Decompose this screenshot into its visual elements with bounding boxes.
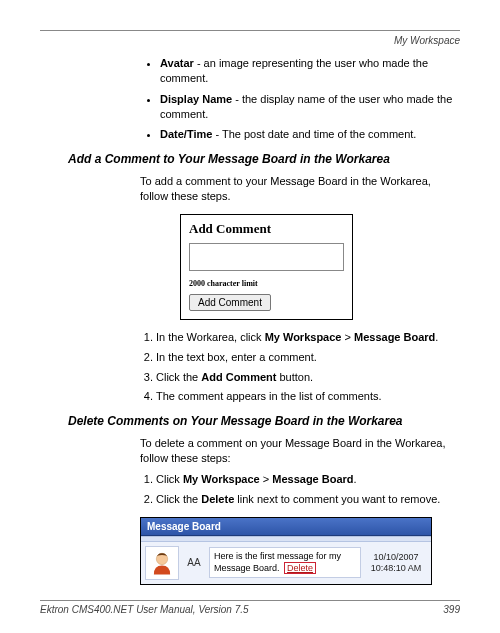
bullet-display-name: Display Name - the display name of the u… xyxy=(160,92,460,122)
intro-delete-comments: To delete a comment on your Message Boar… xyxy=(140,436,460,466)
definition-list: Avatar - an image representing the user … xyxy=(160,56,460,142)
heading-delete-comments: Delete Comments on Your Message Board in… xyxy=(68,414,460,428)
footer-manual-title: Ektron CMS400.NET User Manual, Version 7… xyxy=(40,604,249,615)
heading-add-comment: Add a Comment to Your Message Board in t… xyxy=(68,152,460,166)
message-timestamp: 10/10/2007 10:48:10 AM xyxy=(365,552,427,574)
steps-add-comment: In the Workarea, click My Workspace > Me… xyxy=(140,330,460,404)
intro-add-comment: To add a comment to your Message Board i… xyxy=(140,174,460,204)
step-2: In the text box, enter a comment. xyxy=(156,350,460,365)
figure-add-comment: Add Comment 2000 character limit Add Com… xyxy=(180,214,460,320)
steps-delete-comments: Click My Workspace > Message Board. Clic… xyxy=(140,472,460,507)
bullet-avatar: Avatar - an image representing the user … xyxy=(160,56,460,86)
step-1: In the Workarea, click My Workspace > Me… xyxy=(156,330,460,345)
page-header-section: My Workspace xyxy=(40,35,460,46)
message-text: Here is the first message for my Message… xyxy=(209,547,361,578)
bullet-date-time: Date/Time - The post date and time of th… xyxy=(160,127,460,142)
del-step-2: Click the Delete link next to comment yo… xyxy=(156,492,460,507)
delete-link[interactable]: Delete xyxy=(284,562,316,574)
add-comment-button[interactable]: Add Comment xyxy=(189,294,271,311)
avatar-icon xyxy=(149,550,175,576)
char-limit-label: 2000 character limit xyxy=(189,279,344,288)
del-step-1: Click My Workspace > Message Board. xyxy=(156,472,460,487)
user-initials: AA xyxy=(183,557,205,568)
message-board-header: Message Board xyxy=(141,518,431,536)
step-3: Click the Add Comment button. xyxy=(156,370,460,385)
avatar xyxy=(145,546,179,580)
add-comment-title: Add Comment xyxy=(189,221,344,237)
comment-textbox[interactable] xyxy=(189,243,344,271)
step-4: The comment appears in the list of comme… xyxy=(156,389,460,404)
footer-page-number: 399 xyxy=(443,604,460,615)
message-row: AA Here is the first message for my Mess… xyxy=(141,541,431,584)
figure-message-board: Message Board AA Here is the first messa… xyxy=(140,517,432,585)
